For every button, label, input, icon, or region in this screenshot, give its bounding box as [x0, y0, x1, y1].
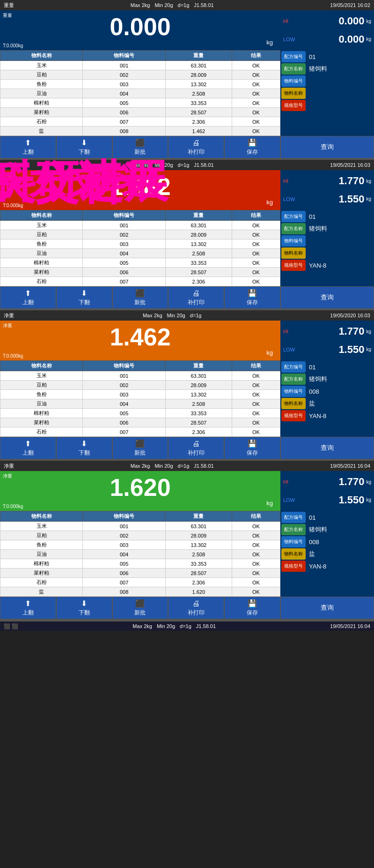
table-row: 石粉0072.306OK — [0, 277, 280, 286]
btn-query-4[interactable]: 查询 — [280, 597, 374, 619]
table-row: 豆粕00228.009OK — [0, 531, 280, 540]
panel-2: 净重 Max 2kg Min 20g d=1g J1.58.01 19/05/2… — [0, 160, 374, 310]
info-row-formula-code-1: 配方编号 01 — [281, 51, 373, 62]
hi-value-3: 1.770 — [297, 325, 364, 337]
min-label-1: Min 20g — [154, 2, 173, 8]
bottom-datetime: 19/05/2021 16:04 — [330, 623, 370, 629]
center-info-2: Max 2kg Min 20g d=1g J1.58.01 — [131, 162, 214, 168]
center-info-3: Max 2kg Min 20g d=1g — [143, 313, 202, 318]
table-row: 豆油0042.508OK — [0, 550, 280, 559]
col-weight-3: 重量 — [165, 361, 232, 371]
btn-up-1[interactable]: ⬆ 上翻 — [0, 136, 56, 158]
low-label-2: LOW — [283, 196, 295, 202]
btn-query-2[interactable]: 查询 — [280, 286, 374, 309]
hi-unit-2: kg — [366, 179, 371, 184]
btn-save-3[interactable]: 💾保存 — [224, 437, 280, 459]
table-row: 豆油0042.508OK — [0, 249, 280, 258]
panel-4: 净重 Max 2kg Min 20g d=1g J1.58.01 19/05/2… — [0, 461, 374, 621]
low-unit-4: kg — [366, 497, 371, 502]
bottom-center-info: Max 2kg Min 20g d=1g J1.58.01 — [132, 623, 216, 629]
hi-value-4: 1.770 — [297, 476, 364, 488]
datetime-2: 19/05/2021 16:03 — [330, 162, 370, 168]
col-code-2: 物料编号 — [83, 210, 165, 221]
btn-down-4[interactable]: ⬇下翻 — [56, 597, 112, 619]
material-code-value-1 — [307, 80, 373, 82]
tare-label-2: T:0.000kg — [3, 203, 23, 208]
btn-down-label-1: 下翻 — [79, 148, 90, 156]
btn-print-2[interactable]: 🖨补打印 — [168, 286, 224, 309]
max-label-3: Max 2kg — [143, 313, 162, 318]
table-row: 鱼粉00313.302OK — [0, 390, 280, 399]
btn-bar-4: ⬆上翻 ⬇下翻 ⬛新批 🖨补打印 💾保存 — [0, 597, 280, 619]
low-value-1: 0.000 — [297, 33, 364, 45]
btn-new-1[interactable]: ⬛ 新批 — [112, 136, 169, 158]
min-label-4: Min 20g — [154, 463, 173, 469]
btn-print-3[interactable]: 🖨补打印 — [168, 437, 224, 459]
material-name-value-1 — [307, 92, 373, 94]
info-row-spec-1: 规格型号 — [281, 100, 373, 111]
btn-save-2[interactable]: 💾保存 — [224, 286, 280, 309]
table-row: 玉米00163.301OK — [0, 522, 280, 531]
weight-value-4: 1.620 — [5, 475, 276, 500]
weight-main-4: 净重 1.620 kg T:0.000kg — [0, 471, 280, 511]
btn-up-label-1: 上翻 — [22, 148, 34, 156]
spec-label-1: 规格型号 — [281, 100, 306, 111]
low-value-4: 1.550 — [297, 494, 364, 506]
btn-query-3[interactable]: 查询 — [280, 437, 374, 459]
table-row: 盐0081.620OK — [0, 587, 280, 597]
btn-new-3[interactable]: ⬛新批 — [112, 437, 169, 459]
btn-new-4[interactable]: ⬛新批 — [112, 597, 169, 619]
btn-up-4[interactable]: ⬆上翻 — [0, 597, 56, 619]
info-panel-2: 配方编号 01 配方名称 猪饲料 物料编号 物料名称 规格型号 YAN- — [280, 210, 374, 286]
btn-query-1[interactable]: 查询 — [280, 136, 374, 158]
low-value-2: 1.550 — [297, 193, 364, 205]
formula-code-label-2: 配方编号 — [281, 211, 306, 222]
bottom-max: Max 2kg — [132, 623, 152, 629]
btn-down-3[interactable]: ⬇下翻 — [56, 437, 112, 459]
material-name-label-3: 物料名称 — [281, 398, 306, 409]
table-row: 棉籽粕00533.353OK — [0, 98, 280, 108]
table-row: 鱼粉00313.302OK — [0, 239, 280, 249]
btn-save-1[interactable]: 💾 保存 — [224, 136, 280, 158]
tare-label-3: T:0.000kg — [3, 353, 23, 359]
btn-save-4[interactable]: 💾保存 — [224, 597, 280, 619]
table-area-3: 物料名称 物料编号 重量 结果 玉米00163.301OK豆粕00228.009… — [0, 360, 374, 437]
btn-up-3[interactable]: ⬆上翻 — [0, 437, 56, 459]
center-info-1: Max 2kg Min 20g d=1g J1.58.01 — [131, 2, 214, 8]
col-result-4: 结果 — [232, 511, 280, 522]
col-code-3: 物料编号 — [83, 361, 165, 371]
btn-print-1[interactable]: 🖨 补打印 — [168, 136, 224, 158]
data-table-4: 物料名称 物料编号 重量 结果 玉米00163.301OK豆粕00228.009… — [0, 511, 280, 597]
table-row: 鱼粉00313.302OK — [0, 80, 280, 89]
d-label-3: d=1g — [190, 313, 202, 318]
table-row: 豆粕00228.009OK — [0, 70, 280, 80]
hi-label-3: HI — [283, 329, 295, 334]
weight-type-label-2: 净重 — [4, 162, 14, 169]
btn-new-2[interactable]: ⬛新批 — [112, 286, 169, 309]
down-icon-1: ⬇ — [81, 138, 87, 147]
material-code-label-4: 物料编号 — [281, 536, 306, 547]
btn-bar-2: ⬆上翻 ⬇下翻 ⬛新批 🖨补打印 💾保存 — [0, 286, 280, 309]
spec-value-1 — [307, 105, 373, 106]
btn-area-3: ⬆上翻 ⬇下翻 ⬛新批 🖨补打印 💾保存 查询 — [0, 437, 374, 459]
btn-up-2[interactable]: ⬆上翻 — [0, 286, 56, 309]
formula-name-label-4: 配方名称 — [281, 524, 306, 535]
table-row: 菜籽粕00628.507OK — [0, 418, 280, 427]
weight-main-3: 净重 1.462 kg T:0.000kg — [0, 321, 280, 360]
status-bar-1: 重量 Max 2kg Min 20g d=1g J1.58.01 19/05/2… — [0, 0, 374, 10]
btn-down-1[interactable]: ⬇ 下翻 — [56, 136, 112, 158]
btn-down-2[interactable]: ⬇下翻 — [56, 286, 112, 309]
table-row: 鱼粉00313.302OK — [0, 540, 280, 550]
formula-name-label-1: 配方名称 — [281, 63, 306, 75]
table-row: 棉籽粕00533.353OK — [0, 258, 280, 268]
hi-value-1: 0.000 — [297, 15, 364, 27]
table-row: 玉米00163.301OK — [0, 221, 280, 230]
info-row-formula-name-1: 配方名称 猪饲料 — [281, 63, 373, 75]
btn-bar-3: ⬆上翻 ⬇下翻 ⬛新批 🖨补打印 💾保存 — [0, 437, 280, 459]
hi-label-1: HI — [283, 18, 295, 24]
material-code-value-4: 008 — [307, 538, 373, 546]
bottom-j: J1.58.01 — [196, 623, 216, 629]
hi-row-1: HI 0.000 kg — [283, 15, 371, 27]
bottom-left-icon: ⬛ ⬛ — [4, 623, 18, 629]
btn-print-4[interactable]: 🖨补打印 — [168, 597, 224, 619]
